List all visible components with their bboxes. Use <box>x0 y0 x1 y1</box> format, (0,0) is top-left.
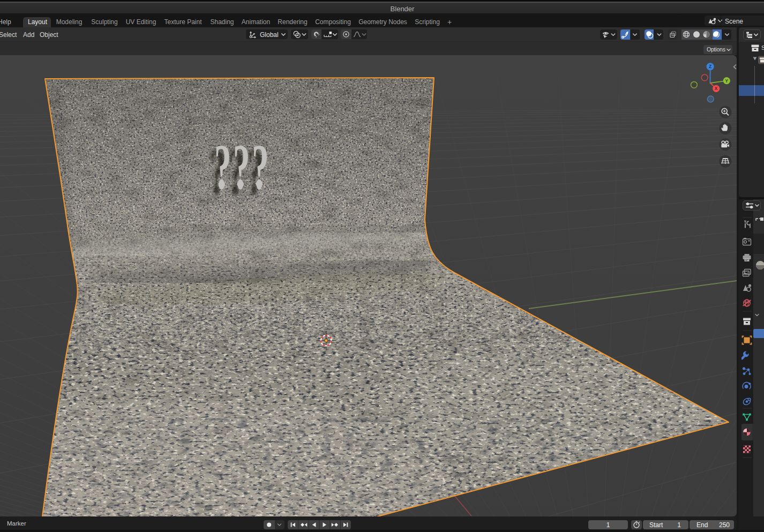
svg-text:Z: Z <box>709 64 711 69</box>
svg-text:Y: Y <box>725 78 728 84</box>
svg-text:X: X <box>715 86 718 91</box>
svg-text:???: ??? <box>214 131 271 203</box>
